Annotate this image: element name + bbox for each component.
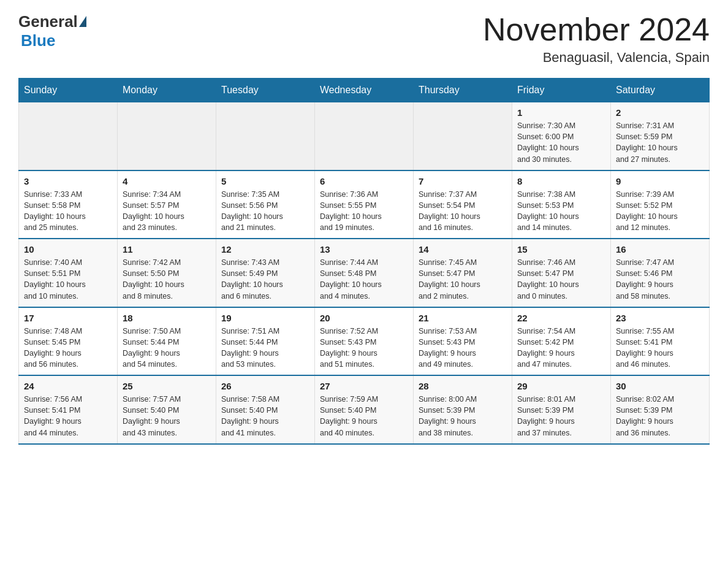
- day-sun-info: Sunrise: 7:48 AM Sunset: 5:45 PM Dayligh…: [24, 326, 112, 370]
- day-number: 1: [517, 107, 605, 118]
- calendar-cell: 26Sunrise: 7:58 AM Sunset: 5:40 PM Dayli…: [216, 375, 315, 444]
- weekday-header-sunday: Sunday: [19, 79, 118, 102]
- calendar-cell: 7Sunrise: 7:37 AM Sunset: 5:54 PM Daylig…: [414, 170, 512, 239]
- calendar-cell: [216, 102, 315, 170]
- day-sun-info: Sunrise: 7:39 AM Sunset: 5:52 PM Dayligh…: [616, 189, 704, 234]
- day-number: 3: [24, 176, 112, 186]
- day-sun-info: Sunrise: 7:36 AM Sunset: 5:55 PM Dayligh…: [320, 189, 408, 234]
- day-sun-info: Sunrise: 7:34 AM Sunset: 5:57 PM Dayligh…: [123, 189, 211, 234]
- page-header: General Blue November 2024 Benaguasil, V…: [18, 12, 710, 66]
- calendar-cell: 25Sunrise: 7:57 AM Sunset: 5:40 PM Dayli…: [118, 375, 216, 444]
- day-sun-info: Sunrise: 7:37 AM Sunset: 5:54 PM Dayligh…: [419, 189, 507, 234]
- day-number: 21: [419, 313, 507, 323]
- day-sun-info: Sunrise: 7:54 AM Sunset: 5:42 PM Dayligh…: [517, 326, 605, 370]
- day-sun-info: Sunrise: 7:38 AM Sunset: 5:53 PM Dayligh…: [517, 189, 605, 234]
- calendar-cell: 1Sunrise: 7:30 AM Sunset: 6:00 PM Daylig…: [512, 102, 611, 170]
- calendar-cell: 30Sunrise: 8:02 AM Sunset: 5:39 PM Dayli…: [611, 375, 710, 444]
- calendar-cell: 22Sunrise: 7:54 AM Sunset: 5:42 PM Dayli…: [512, 307, 611, 376]
- title-area: November 2024 Benaguasil, Valencia, Spai…: [483, 12, 710, 66]
- calendar-cell: 19Sunrise: 7:51 AM Sunset: 5:44 PM Dayli…: [216, 307, 315, 376]
- calendar-cell: 14Sunrise: 7:45 AM Sunset: 5:47 PM Dayli…: [414, 239, 512, 307]
- calendar-cell: 27Sunrise: 7:59 AM Sunset: 5:40 PM Dayli…: [315, 375, 414, 444]
- day-sun-info: Sunrise: 7:43 AM Sunset: 5:49 PM Dayligh…: [221, 257, 309, 302]
- calendar-cell: 11Sunrise: 7:42 AM Sunset: 5:50 PM Dayli…: [118, 239, 216, 307]
- day-number: 11: [123, 244, 211, 255]
- calendar-cell: 12Sunrise: 7:43 AM Sunset: 5:49 PM Dayli…: [216, 239, 315, 307]
- day-sun-info: Sunrise: 8:00 AM Sunset: 5:39 PM Dayligh…: [419, 394, 507, 439]
- logo: General Blue: [18, 12, 86, 50]
- day-sun-info: Sunrise: 7:30 AM Sunset: 6:00 PM Dayligh…: [517, 120, 605, 165]
- day-number: 14: [419, 244, 507, 255]
- day-sun-info: Sunrise: 7:56 AM Sunset: 5:41 PM Dayligh…: [24, 394, 112, 439]
- day-number: 2: [616, 107, 704, 118]
- calendar-cell: 13Sunrise: 7:44 AM Sunset: 5:48 PM Dayli…: [315, 239, 414, 307]
- day-sun-info: Sunrise: 7:55 AM Sunset: 5:41 PM Dayligh…: [616, 326, 704, 370]
- calendar-cell: 4Sunrise: 7:34 AM Sunset: 5:57 PM Daylig…: [118, 170, 216, 239]
- day-sun-info: Sunrise: 7:59 AM Sunset: 5:40 PM Dayligh…: [320, 394, 408, 439]
- day-number: 20: [320, 313, 408, 323]
- day-number: 29: [517, 381, 605, 391]
- day-number: 25: [123, 381, 211, 391]
- calendar-cell: 15Sunrise: 7:46 AM Sunset: 5:47 PM Dayli…: [512, 239, 611, 307]
- logo-triangle-icon: [79, 16, 86, 27]
- calendar-week-row: 17Sunrise: 7:48 AM Sunset: 5:45 PM Dayli…: [19, 307, 710, 376]
- calendar-cell: 24Sunrise: 7:56 AM Sunset: 5:41 PM Dayli…: [19, 375, 118, 444]
- day-number: 6: [320, 176, 408, 186]
- day-number: 30: [616, 381, 704, 391]
- day-sun-info: Sunrise: 7:35 AM Sunset: 5:56 PM Dayligh…: [221, 189, 309, 234]
- day-number: 27: [320, 381, 408, 391]
- day-number: 19: [221, 313, 309, 323]
- day-sun-info: Sunrise: 8:02 AM Sunset: 5:39 PM Dayligh…: [616, 394, 704, 439]
- location-subtitle: Benaguasil, Valencia, Spain: [483, 50, 710, 66]
- day-sun-info: Sunrise: 7:40 AM Sunset: 5:51 PM Dayligh…: [24, 257, 112, 302]
- calendar-cell: 17Sunrise: 7:48 AM Sunset: 5:45 PM Dayli…: [19, 307, 118, 376]
- calendar-cell: [19, 102, 118, 170]
- calendar-cell: 20Sunrise: 7:52 AM Sunset: 5:43 PM Dayli…: [315, 307, 414, 376]
- calendar-body: 1Sunrise: 7:30 AM Sunset: 6:00 PM Daylig…: [19, 102, 710, 444]
- calendar-table: SundayMondayTuesdayWednesdayThursdayFrid…: [18, 78, 710, 445]
- day-number: 8: [517, 176, 605, 186]
- day-sun-info: Sunrise: 7:42 AM Sunset: 5:50 PM Dayligh…: [123, 257, 211, 302]
- day-sun-info: Sunrise: 7:45 AM Sunset: 5:47 PM Dayligh…: [419, 257, 507, 302]
- calendar-cell: [118, 102, 216, 170]
- calendar-cell: 29Sunrise: 8:01 AM Sunset: 5:39 PM Dayli…: [512, 375, 611, 444]
- calendar-week-row: 10Sunrise: 7:40 AM Sunset: 5:51 PM Dayli…: [19, 239, 710, 307]
- day-number: 24: [24, 381, 112, 391]
- calendar-week-row: 1Sunrise: 7:30 AM Sunset: 6:00 PM Daylig…: [19, 102, 710, 170]
- calendar-cell: 23Sunrise: 7:55 AM Sunset: 5:41 PM Dayli…: [611, 307, 710, 376]
- calendar-cell: 16Sunrise: 7:47 AM Sunset: 5:46 PM Dayli…: [611, 239, 710, 307]
- weekday-header-friday: Friday: [512, 79, 611, 102]
- calendar-cell: 6Sunrise: 7:36 AM Sunset: 5:55 PM Daylig…: [315, 170, 414, 239]
- calendar-week-row: 24Sunrise: 7:56 AM Sunset: 5:41 PM Dayli…: [19, 375, 710, 444]
- day-sun-info: Sunrise: 7:57 AM Sunset: 5:40 PM Dayligh…: [123, 394, 211, 439]
- calendar-cell: 5Sunrise: 7:35 AM Sunset: 5:56 PM Daylig…: [216, 170, 315, 239]
- day-sun-info: Sunrise: 7:44 AM Sunset: 5:48 PM Dayligh…: [320, 257, 408, 302]
- calendar-cell: 8Sunrise: 7:38 AM Sunset: 5:53 PM Daylig…: [512, 170, 611, 239]
- day-number: 22: [517, 313, 605, 323]
- calendar-cell: 21Sunrise: 7:53 AM Sunset: 5:43 PM Dayli…: [414, 307, 512, 376]
- day-sun-info: Sunrise: 7:47 AM Sunset: 5:46 PM Dayligh…: [616, 257, 704, 302]
- calendar-cell: 28Sunrise: 8:00 AM Sunset: 5:39 PM Dayli…: [414, 375, 512, 444]
- calendar-cell: 2Sunrise: 7:31 AM Sunset: 5:59 PM Daylig…: [611, 102, 710, 170]
- day-number: 9: [616, 176, 704, 186]
- day-number: 10: [24, 244, 112, 255]
- day-number: 13: [320, 244, 408, 255]
- day-number: 16: [616, 244, 704, 255]
- weekday-header-row: SundayMondayTuesdayWednesdayThursdayFrid…: [19, 79, 710, 102]
- calendar-cell: 3Sunrise: 7:33 AM Sunset: 5:58 PM Daylig…: [19, 170, 118, 239]
- day-number: 7: [419, 176, 507, 186]
- day-sun-info: Sunrise: 7:46 AM Sunset: 5:47 PM Dayligh…: [517, 257, 605, 302]
- month-year-title: November 2024: [483, 12, 710, 47]
- calendar-cell: 9Sunrise: 7:39 AM Sunset: 5:52 PM Daylig…: [611, 170, 710, 239]
- day-sun-info: Sunrise: 8:01 AM Sunset: 5:39 PM Dayligh…: [517, 394, 605, 439]
- weekday-header-wednesday: Wednesday: [315, 79, 414, 102]
- day-number: 4: [123, 176, 211, 186]
- day-sun-info: Sunrise: 7:33 AM Sunset: 5:58 PM Dayligh…: [24, 189, 112, 234]
- day-number: 17: [24, 313, 112, 323]
- calendar-cell: [315, 102, 414, 170]
- calendar-header: SundayMondayTuesdayWednesdayThursdayFrid…: [19, 79, 710, 102]
- day-number: 26: [221, 381, 309, 391]
- logo-general-text: General: [18, 12, 78, 31]
- calendar-cell: [414, 102, 512, 170]
- day-sun-info: Sunrise: 7:52 AM Sunset: 5:43 PM Dayligh…: [320, 326, 408, 370]
